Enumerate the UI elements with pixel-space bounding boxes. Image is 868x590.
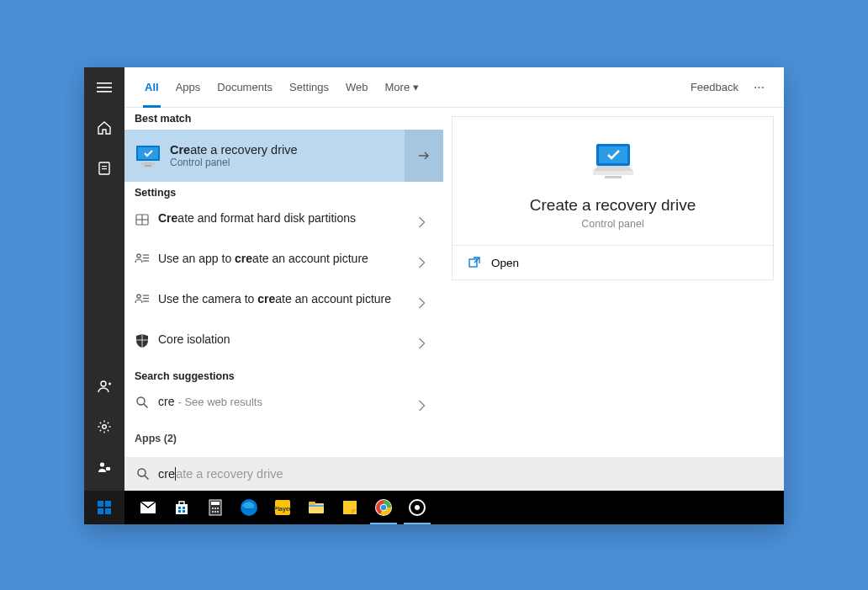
svg-point-48 [212, 508, 214, 509]
tab-documents[interactable]: Documents [209, 67, 281, 108]
overflow-menu-button[interactable]: ⋯ [745, 81, 772, 93]
suggestion-label: cre - See web results [158, 394, 418, 410]
filter-tabs: All Apps Documents Settings Web More▾ Fe… [124, 67, 784, 108]
chevron-right-icon [418, 257, 435, 272]
svg-point-21 [137, 295, 140, 298]
shield-icon [133, 332, 151, 348]
settings-gear-icon[interactable] [84, 407, 124, 447]
recovery-drive-large-icon [586, 141, 640, 184]
start-search-window: All Apps Documents Settings Web More▾ Fe… [84, 67, 784, 524]
svg-rect-36 [98, 501, 103, 507]
open-label: Open [491, 257, 519, 269]
results-column: Best match Create a recovery drive Contr… [124, 108, 443, 491]
taskbar-app-icon[interactable] [400, 491, 434, 524]
best-match-header: Best match [124, 108, 443, 130]
svg-line-26 [144, 404, 148, 408]
svg-line-35 [145, 476, 149, 480]
disk-icon [133, 210, 151, 227]
svg-rect-60 [343, 501, 357, 514]
best-match-subtitle: Control panel [170, 157, 405, 168]
account-icon[interactable] [84, 447, 124, 487]
start-button[interactable] [84, 491, 124, 524]
svg-point-52 [214, 511, 216, 513]
chevron-right-icon [418, 400, 435, 415]
svg-point-53 [217, 511, 219, 513]
svg-point-66 [415, 505, 420, 510]
tab-more[interactable]: More▾ [377, 67, 428, 108]
best-match-title: Create a recovery drive [170, 143, 405, 157]
search-panel: All Apps Documents Settings Web More▾ Fe… [124, 67, 784, 491]
settings-header: Settings [124, 182, 443, 204]
expand-arrow-button[interactable] [405, 130, 443, 182]
apps-header: Apps (2) [124, 428, 443, 444]
svg-rect-41 [176, 504, 188, 514]
svg-rect-42 [178, 507, 181, 509]
svg-point-51 [212, 511, 214, 513]
taskbar-edge-icon[interactable] [232, 491, 266, 524]
chevron-right-icon [418, 297, 435, 312]
open-action[interactable]: Open [453, 246, 773, 279]
home-icon[interactable] [84, 108, 124, 148]
feedback-link[interactable]: Feedback [691, 81, 738, 93]
add-user-icon[interactable] [84, 366, 124, 407]
svg-point-49 [214, 508, 216, 509]
svg-rect-12 [141, 162, 155, 165]
taskbar-calculator-icon[interactable] [198, 491, 232, 524]
detail-pane: Create a recovery drive Control panel Op… [443, 108, 784, 491]
chevron-right-icon [418, 338, 435, 353]
svg-text:Player: Player [273, 506, 291, 513]
svg-rect-0 [97, 82, 112, 84]
detail-title: Create a recovery drive [530, 196, 696, 215]
svg-rect-43 [183, 507, 185, 509]
detail-subtitle: Control panel [581, 218, 643, 230]
svg-rect-44 [178, 510, 181, 513]
taskbar-sticky-notes-icon[interactable] [333, 491, 367, 524]
svg-point-7 [103, 425, 107, 429]
svg-rect-1 [97, 87, 112, 88]
tab-all[interactable]: All [136, 67, 167, 108]
result-label: Use the camera to create an account pict… [158, 291, 418, 307]
menu-button[interactable] [84, 67, 124, 108]
best-match-result[interactable]: Create a recovery drive Control panel [124, 130, 443, 182]
svg-rect-28 [599, 146, 627, 163]
svg-rect-37 [105, 501, 111, 507]
taskbar: Player [84, 491, 784, 524]
svg-rect-13 [145, 165, 151, 167]
settings-result-core-isolation[interactable]: Core isolation [124, 325, 443, 365]
taskbar-chrome-icon[interactable] [367, 491, 400, 524]
svg-rect-4 [102, 166, 107, 167]
web-suggestion[interactable]: cre - See web results [124, 387, 443, 428]
search-icon [136, 467, 150, 481]
result-label: Create and format hard disk partitions [158, 210, 418, 226]
account-picture-icon [133, 251, 151, 264]
svg-rect-9 [106, 467, 110, 470]
taskbar-mail-icon[interactable] [131, 491, 165, 524]
taskbar-player-icon[interactable]: Player [266, 491, 299, 524]
left-rail [84, 67, 124, 491]
tab-settings[interactable]: Settings [281, 67, 337, 108]
search-bar[interactable]: create a recovery drive [124, 457, 784, 491]
svg-rect-5 [102, 168, 107, 169]
search-suggestions-header: Search suggestions [124, 365, 443, 387]
taskbar-store-icon[interactable] [165, 491, 198, 524]
svg-point-50 [217, 508, 219, 509]
svg-rect-47 [211, 502, 220, 505]
result-label: Use an app to create an account picture [158, 251, 418, 267]
svg-rect-32 [469, 259, 477, 267]
settings-result-disk-partitions[interactable]: Create and format hard disk partitions [124, 204, 443, 244]
account-picture-icon [133, 291, 151, 305]
taskbar-explorer-icon[interactable] [299, 491, 333, 524]
chevron-right-icon [418, 216, 435, 231]
recent-icon[interactable] [84, 148, 124, 189]
settings-result-app-account-picture[interactable]: Use an app to create an account picture [124, 244, 443, 284]
svg-point-17 [137, 254, 140, 258]
svg-rect-2 [97, 91, 112, 93]
settings-result-camera-account-picture[interactable]: Use the camera to create an account pict… [124, 284, 443, 325]
svg-point-25 [137, 397, 145, 405]
svg-point-8 [100, 462, 104, 466]
tab-web[interactable]: Web [337, 67, 377, 108]
svg-rect-39 [105, 508, 111, 514]
svg-point-64 [381, 505, 386, 510]
tab-apps[interactable]: Apps [167, 67, 209, 108]
search-input[interactable]: create a recovery drive [158, 467, 772, 481]
